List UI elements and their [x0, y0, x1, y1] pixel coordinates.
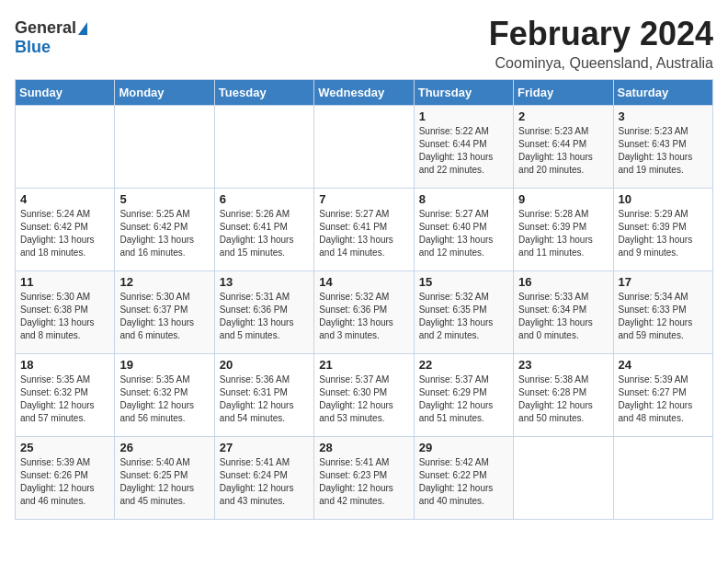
calendar-cell: 27Sunrise: 5:41 AM Sunset: 6:24 PM Dayli…: [214, 437, 313, 520]
calendar-cell: 28Sunrise: 5:41 AM Sunset: 6:23 PM Dayli…: [314, 437, 414, 520]
calendar-cell: 29Sunrise: 5:42 AM Sunset: 6:22 PM Dayli…: [414, 437, 513, 520]
calendar-cell: 20Sunrise: 5:36 AM Sunset: 6:31 PM Dayli…: [214, 354, 313, 437]
day-info: Sunrise: 5:30 AM Sunset: 6:37 PM Dayligh…: [119, 291, 209, 342]
day-number: 12: [119, 275, 209, 289]
calendar-cell: [613, 437, 712, 520]
day-number: 2: [518, 109, 608, 123]
day-number: 7: [319, 192, 408, 206]
header-day-saturday: Saturday: [613, 80, 712, 106]
day-number: 17: [619, 275, 708, 289]
main-title: February 2024: [489, 15, 713, 53]
calendar-cell: 5Sunrise: 5:25 AM Sunset: 6:42 PM Daylig…: [115, 189, 214, 271]
logo-blue: Blue: [15, 38, 51, 57]
day-info: Sunrise: 5:42 AM Sunset: 6:22 PM Dayligh…: [419, 456, 508, 508]
calendar-cell: 23Sunrise: 5:38 AM Sunset: 6:28 PM Dayli…: [514, 354, 613, 437]
day-info: Sunrise: 5:31 AM Sunset: 6:36 PM Dayligh…: [220, 291, 309, 342]
calendar-cell: [16, 106, 115, 189]
calendar-cell: 24Sunrise: 5:39 AM Sunset: 6:27 PM Dayli…: [613, 354, 712, 437]
day-number: 22: [419, 358, 508, 372]
calendar-cell: 13Sunrise: 5:31 AM Sunset: 6:36 PM Dayli…: [214, 271, 313, 354]
day-number: 9: [518, 192, 608, 206]
calendar-cell: 1Sunrise: 5:22 AM Sunset: 6:44 PM Daylig…: [414, 106, 513, 189]
day-number: 21: [319, 358, 408, 372]
day-info: Sunrise: 5:35 AM Sunset: 6:32 PM Dayligh…: [20, 373, 109, 425]
calendar-cell: 21Sunrise: 5:37 AM Sunset: 6:30 PM Dayli…: [314, 354, 414, 437]
day-info: Sunrise: 5:38 AM Sunset: 6:28 PM Dayligh…: [518, 373, 608, 425]
calendar-cell: 18Sunrise: 5:35 AM Sunset: 6:32 PM Dayli…: [16, 354, 115, 437]
day-number: 23: [518, 358, 608, 372]
header-day-sunday: Sunday: [16, 80, 115, 106]
day-number: 5: [119, 192, 209, 206]
calendar-cell: 10Sunrise: 5:29 AM Sunset: 6:39 PM Dayli…: [613, 189, 712, 271]
logo-triangle-icon: [78, 22, 87, 35]
header-day-thursday: Thursday: [414, 80, 513, 106]
day-info: Sunrise: 5:41 AM Sunset: 6:24 PM Dayligh…: [220, 456, 309, 508]
day-number: 19: [119, 358, 209, 372]
day-info: Sunrise: 5:22 AM Sunset: 6:44 PM Dayligh…: [419, 125, 508, 177]
calendar-cell: 11Sunrise: 5:30 AM Sunset: 6:38 PM Dayli…: [16, 271, 115, 354]
day-number: 3: [619, 109, 708, 123]
day-number: 25: [20, 441, 109, 454]
calendar-cell: 17Sunrise: 5:34 AM Sunset: 6:33 PM Dayli…: [613, 271, 712, 354]
day-info: Sunrise: 5:28 AM Sunset: 6:39 PM Dayligh…: [518, 208, 608, 259]
calendar-cell: 12Sunrise: 5:30 AM Sunset: 6:37 PM Dayli…: [115, 271, 214, 354]
logo-general: General: [15, 18, 76, 38]
day-info: Sunrise: 5:27 AM Sunset: 6:40 PM Dayligh…: [419, 208, 508, 259]
calendar-cell: 3Sunrise: 5:23 AM Sunset: 6:43 PM Daylig…: [613, 106, 712, 189]
calendar-cell: 16Sunrise: 5:33 AM Sunset: 6:34 PM Dayli…: [514, 271, 613, 354]
calendar-cell: 25Sunrise: 5:39 AM Sunset: 6:26 PM Dayli…: [16, 437, 115, 520]
day-info: Sunrise: 5:41 AM Sunset: 6:23 PM Dayligh…: [319, 456, 408, 508]
day-number: 28: [319, 441, 408, 454]
day-number: 13: [220, 275, 309, 289]
calendar-week-row: 4Sunrise: 5:24 AM Sunset: 6:42 PM Daylig…: [16, 189, 713, 271]
day-number: 1: [419, 109, 508, 123]
day-number: 6: [220, 192, 309, 206]
calendar-week-row: 1Sunrise: 5:22 AM Sunset: 6:44 PM Daylig…: [16, 106, 713, 189]
calendar-cell: 2Sunrise: 5:23 AM Sunset: 6:44 PM Daylig…: [514, 106, 613, 189]
day-info: Sunrise: 5:39 AM Sunset: 6:26 PM Dayligh…: [20, 456, 109, 508]
day-info: Sunrise: 5:37 AM Sunset: 6:29 PM Dayligh…: [419, 373, 508, 425]
day-number: 15: [419, 275, 508, 289]
calendar-cell: 26Sunrise: 5:40 AM Sunset: 6:25 PM Dayli…: [115, 437, 214, 520]
calendar-cell: 14Sunrise: 5:32 AM Sunset: 6:36 PM Dayli…: [314, 271, 414, 354]
day-info: Sunrise: 5:33 AM Sunset: 6:34 PM Dayligh…: [518, 291, 608, 342]
day-info: Sunrise: 5:27 AM Sunset: 6:41 PM Dayligh…: [319, 208, 408, 259]
day-number: 20: [220, 358, 309, 372]
calendar-cell: 7Sunrise: 5:27 AM Sunset: 6:41 PM Daylig…: [314, 189, 414, 271]
day-number: 14: [319, 275, 408, 289]
calendar-cell: 9Sunrise: 5:28 AM Sunset: 6:39 PM Daylig…: [514, 189, 613, 271]
calendar-week-row: 11Sunrise: 5:30 AM Sunset: 6:38 PM Dayli…: [16, 271, 713, 354]
day-number: 27: [220, 441, 309, 454]
day-number: 4: [20, 192, 109, 206]
day-info: Sunrise: 5:39 AM Sunset: 6:27 PM Dayligh…: [619, 373, 708, 425]
calendar-cell: 8Sunrise: 5:27 AM Sunset: 6:40 PM Daylig…: [414, 189, 513, 271]
day-number: 26: [119, 441, 209, 454]
logo: General Blue: [15, 18, 87, 57]
day-info: Sunrise: 5:26 AM Sunset: 6:41 PM Dayligh…: [220, 208, 309, 259]
header: General Blue February 2024 Coominya, Que…: [15, 15, 713, 72]
day-info: Sunrise: 5:32 AM Sunset: 6:36 PM Dayligh…: [319, 291, 408, 342]
header-day-friday: Friday: [514, 80, 613, 106]
day-number: 8: [419, 192, 508, 206]
header-day-monday: Monday: [115, 80, 214, 106]
header-day-tuesday: Tuesday: [214, 80, 313, 106]
calendar-cell: 22Sunrise: 5:37 AM Sunset: 6:29 PM Dayli…: [414, 354, 513, 437]
day-number: 11: [20, 275, 109, 289]
day-number: 18: [20, 358, 109, 372]
calendar-cell: [115, 106, 214, 189]
day-info: Sunrise: 5:35 AM Sunset: 6:32 PM Dayligh…: [119, 373, 209, 425]
calendar-week-row: 18Sunrise: 5:35 AM Sunset: 6:32 PM Dayli…: [16, 354, 713, 437]
day-number: 10: [619, 192, 708, 206]
calendar: SundayMondayTuesdayWednesdayThursdayFrid…: [15, 79, 713, 520]
day-number: 16: [518, 275, 608, 289]
calendar-cell: 15Sunrise: 5:32 AM Sunset: 6:35 PM Dayli…: [414, 271, 513, 354]
calendar-week-row: 25Sunrise: 5:39 AM Sunset: 6:26 PM Dayli…: [16, 437, 713, 520]
day-number: 29: [419, 441, 508, 454]
title-section: February 2024 Coominya, Queensland, Aust…: [489, 15, 713, 72]
header-day-wednesday: Wednesday: [314, 80, 414, 106]
day-info: Sunrise: 5:23 AM Sunset: 6:43 PM Dayligh…: [619, 125, 708, 177]
day-info: Sunrise: 5:36 AM Sunset: 6:31 PM Dayligh…: [220, 373, 309, 425]
day-number: 24: [619, 358, 708, 372]
calendar-cell: 19Sunrise: 5:35 AM Sunset: 6:32 PM Dayli…: [115, 354, 214, 437]
day-info: Sunrise: 5:34 AM Sunset: 6:33 PM Dayligh…: [619, 291, 708, 342]
